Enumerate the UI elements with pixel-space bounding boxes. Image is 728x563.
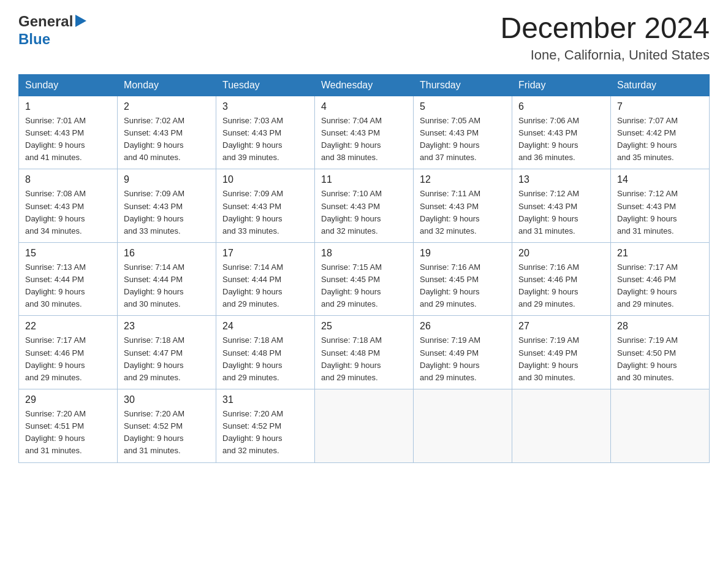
day-info: Sunrise: 7:07 AM Sunset: 4:42 PM Dayligh… xyxy=(617,115,703,164)
calendar-cell: 11 Sunrise: 7:10 AM Sunset: 4:43 PM Dayl… xyxy=(315,169,414,243)
logo: General Blue xyxy=(18,12,86,48)
day-number: 30 xyxy=(124,394,210,405)
col-saturday: Saturday xyxy=(611,74,710,96)
calendar-cell: 27 Sunrise: 7:19 AM Sunset: 4:49 PM Dayl… xyxy=(512,316,611,389)
day-number: 7 xyxy=(617,101,703,112)
day-info: Sunrise: 7:08 AM Sunset: 4:43 PM Dayligh… xyxy=(25,188,111,237)
col-tuesday: Tuesday xyxy=(216,74,315,96)
calendar-cell: 12 Sunrise: 7:11 AM Sunset: 4:43 PM Dayl… xyxy=(414,169,512,243)
calendar-cell: 24 Sunrise: 7:18 AM Sunset: 4:48 PM Dayl… xyxy=(216,316,315,389)
day-info: Sunrise: 7:03 AM Sunset: 4:43 PM Dayligh… xyxy=(222,115,308,164)
calendar-cell: 3 Sunrise: 7:03 AM Sunset: 4:43 PM Dayli… xyxy=(216,96,315,169)
day-number: 1 xyxy=(25,101,111,112)
day-info: Sunrise: 7:19 AM Sunset: 4:49 PM Dayligh… xyxy=(420,334,506,384)
day-number: 14 xyxy=(617,174,703,185)
calendar-cell: 25 Sunrise: 7:18 AM Sunset: 4:48 PM Dayl… xyxy=(315,316,414,389)
day-info: Sunrise: 7:20 AM Sunset: 4:52 PM Dayligh… xyxy=(124,408,210,458)
calendar-subtitle: Ione, California, United States xyxy=(500,47,710,63)
calendar-cell: 13 Sunrise: 7:12 AM Sunset: 4:43 PM Dayl… xyxy=(512,169,611,243)
calendar-cell: 31 Sunrise: 7:20 AM Sunset: 4:52 PM Dayl… xyxy=(216,389,315,463)
calendar-cell: 1 Sunrise: 7:01 AM Sunset: 4:43 PM Dayli… xyxy=(19,96,118,169)
calendar-cell: 18 Sunrise: 7:15 AM Sunset: 4:45 PM Dayl… xyxy=(315,242,414,316)
day-number: 6 xyxy=(518,101,604,112)
day-info: Sunrise: 7:05 AM Sunset: 4:43 PM Dayligh… xyxy=(420,115,506,164)
calendar-cell: 26 Sunrise: 7:19 AM Sunset: 4:49 PM Dayl… xyxy=(414,316,512,389)
logo-text-blue: Blue xyxy=(18,31,86,48)
calendar-cell xyxy=(611,389,710,463)
calendar-cell xyxy=(315,389,414,463)
day-info: Sunrise: 7:14 AM Sunset: 4:44 PM Dayligh… xyxy=(124,261,210,311)
day-info: Sunrise: 7:04 AM Sunset: 4:43 PM Dayligh… xyxy=(321,115,407,164)
day-info: Sunrise: 7:18 AM Sunset: 4:47 PM Dayligh… xyxy=(124,334,210,384)
day-number: 31 xyxy=(222,394,308,405)
week-row-2: 8 Sunrise: 7:08 AM Sunset: 4:43 PM Dayli… xyxy=(19,169,710,243)
day-info: Sunrise: 7:13 AM Sunset: 4:44 PM Dayligh… xyxy=(25,261,111,311)
day-number: 11 xyxy=(321,174,407,185)
week-row-4: 22 Sunrise: 7:17 AM Sunset: 4:46 PM Dayl… xyxy=(19,316,710,389)
calendar-cell: 19 Sunrise: 7:16 AM Sunset: 4:45 PM Dayl… xyxy=(414,242,512,316)
calendar-cell: 6 Sunrise: 7:06 AM Sunset: 4:43 PM Dayli… xyxy=(512,96,611,169)
day-number: 15 xyxy=(25,248,111,259)
calendar-cell: 14 Sunrise: 7:12 AM Sunset: 4:43 PM Dayl… xyxy=(611,169,710,243)
day-info: Sunrise: 7:18 AM Sunset: 4:48 PM Dayligh… xyxy=(222,334,308,384)
title-block: December 2024 Ione, California, United S… xyxy=(500,12,710,63)
calendar-cell: 22 Sunrise: 7:17 AM Sunset: 4:46 PM Dayl… xyxy=(19,316,118,389)
day-info: Sunrise: 7:20 AM Sunset: 4:51 PM Dayligh… xyxy=(25,408,111,458)
day-info: Sunrise: 7:17 AM Sunset: 4:46 PM Dayligh… xyxy=(617,261,703,311)
day-number: 18 xyxy=(321,248,407,259)
calendar-cell: 10 Sunrise: 7:09 AM Sunset: 4:43 PM Dayl… xyxy=(216,169,315,243)
day-info: Sunrise: 7:12 AM Sunset: 4:43 PM Dayligh… xyxy=(617,188,703,237)
logo-arrow-icon xyxy=(75,15,86,27)
calendar-title: December 2024 xyxy=(500,12,710,45)
calendar-header-row: Sunday Monday Tuesday Wednesday Thursday… xyxy=(19,74,710,96)
calendar-cell: 28 Sunrise: 7:19 AM Sunset: 4:50 PM Dayl… xyxy=(611,316,710,389)
day-info: Sunrise: 7:14 AM Sunset: 4:44 PM Dayligh… xyxy=(222,261,308,311)
col-sunday: Sunday xyxy=(19,74,118,96)
day-number: 27 xyxy=(518,321,604,332)
day-number: 21 xyxy=(617,248,703,259)
calendar-cell: 29 Sunrise: 7:20 AM Sunset: 4:51 PM Dayl… xyxy=(19,389,118,463)
day-number: 22 xyxy=(25,321,111,332)
page-header: General Blue December 2024 Ione, Califor… xyxy=(18,12,710,63)
calendar-cell: 8 Sunrise: 7:08 AM Sunset: 4:43 PM Dayli… xyxy=(19,169,118,243)
day-info: Sunrise: 7:16 AM Sunset: 4:46 PM Dayligh… xyxy=(518,261,604,311)
day-number: 19 xyxy=(420,248,506,259)
week-row-1: 1 Sunrise: 7:01 AM Sunset: 4:43 PM Dayli… xyxy=(19,96,710,169)
calendar-cell: 21 Sunrise: 7:17 AM Sunset: 4:46 PM Dayl… xyxy=(611,242,710,316)
calendar-table: Sunday Monday Tuesday Wednesday Thursday… xyxy=(18,74,710,463)
day-info: Sunrise: 7:01 AM Sunset: 4:43 PM Dayligh… xyxy=(25,115,111,164)
day-number: 8 xyxy=(25,174,111,185)
calendar-cell: 15 Sunrise: 7:13 AM Sunset: 4:44 PM Dayl… xyxy=(19,242,118,316)
calendar-cell: 16 Sunrise: 7:14 AM Sunset: 4:44 PM Dayl… xyxy=(118,242,216,316)
day-number: 12 xyxy=(420,174,506,185)
day-number: 13 xyxy=(518,174,604,185)
day-info: Sunrise: 7:11 AM Sunset: 4:43 PM Dayligh… xyxy=(420,188,506,237)
calendar-cell: 20 Sunrise: 7:16 AM Sunset: 4:46 PM Dayl… xyxy=(512,242,611,316)
calendar-cell: 7 Sunrise: 7:07 AM Sunset: 4:42 PM Dayli… xyxy=(611,96,710,169)
day-number: 28 xyxy=(617,321,703,332)
calendar-cell: 5 Sunrise: 7:05 AM Sunset: 4:43 PM Dayli… xyxy=(414,96,512,169)
day-number: 20 xyxy=(518,248,604,259)
week-row-5: 29 Sunrise: 7:20 AM Sunset: 4:51 PM Dayl… xyxy=(19,389,710,463)
calendar-cell: 9 Sunrise: 7:09 AM Sunset: 4:43 PM Dayli… xyxy=(118,169,216,243)
day-number: 10 xyxy=(222,174,308,185)
calendar-cell: 2 Sunrise: 7:02 AM Sunset: 4:43 PM Dayli… xyxy=(118,96,216,169)
calendar-cell: 23 Sunrise: 7:18 AM Sunset: 4:47 PM Dayl… xyxy=(118,316,216,389)
day-number: 29 xyxy=(25,394,111,405)
day-info: Sunrise: 7:18 AM Sunset: 4:48 PM Dayligh… xyxy=(321,334,407,384)
calendar-cell xyxy=(414,389,512,463)
calendar-cell: 30 Sunrise: 7:20 AM Sunset: 4:52 PM Dayl… xyxy=(118,389,216,463)
day-info: Sunrise: 7:10 AM Sunset: 4:43 PM Dayligh… xyxy=(321,188,407,237)
day-info: Sunrise: 7:02 AM Sunset: 4:43 PM Dayligh… xyxy=(124,115,210,164)
day-number: 5 xyxy=(420,101,506,112)
calendar-cell: 17 Sunrise: 7:14 AM Sunset: 4:44 PM Dayl… xyxy=(216,242,315,316)
day-number: 4 xyxy=(321,101,407,112)
day-number: 3 xyxy=(222,101,308,112)
day-info: Sunrise: 7:17 AM Sunset: 4:46 PM Dayligh… xyxy=(25,334,111,384)
week-row-3: 15 Sunrise: 7:13 AM Sunset: 4:44 PM Dayl… xyxy=(19,242,710,316)
day-number: 9 xyxy=(124,174,210,185)
svg-marker-0 xyxy=(75,15,86,27)
day-number: 17 xyxy=(222,248,308,259)
day-info: Sunrise: 7:20 AM Sunset: 4:52 PM Dayligh… xyxy=(222,408,308,458)
day-info: Sunrise: 7:09 AM Sunset: 4:43 PM Dayligh… xyxy=(124,188,210,237)
